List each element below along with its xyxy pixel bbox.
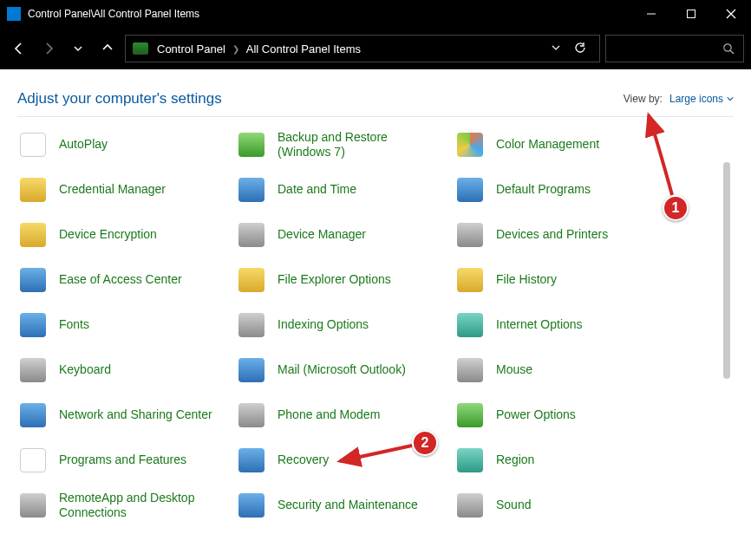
address-dropdown-button[interactable] bbox=[544, 42, 568, 55]
navbar: Control Panel ❯ All Control Panel Items bbox=[0, 28, 751, 69]
item-icon bbox=[454, 266, 486, 294]
arrow-up-icon bbox=[101, 42, 114, 55]
control-panel-item[interactable]: Phone and Modem bbox=[236, 398, 453, 433]
close-button[interactable] bbox=[711, 0, 751, 28]
item-icon bbox=[236, 401, 267, 429]
view-by-value: Large icons bbox=[669, 93, 723, 105]
item-label: Sound bbox=[496, 498, 531, 513]
item-icon bbox=[236, 176, 267, 204]
item-label: Recovery bbox=[278, 453, 329, 468]
item-label: Indexing Options bbox=[278, 317, 369, 333]
view-by-control: View by: Large icons bbox=[624, 90, 734, 107]
search-input[interactable] bbox=[605, 35, 744, 62]
minimize-button[interactable] bbox=[631, 0, 671, 28]
item-icon bbox=[17, 446, 49, 474]
item-label: Keyboard bbox=[59, 362, 111, 378]
control-panel-item[interactable]: Default Programs bbox=[454, 173, 671, 207]
control-panel-item[interactable]: Mouse bbox=[454, 353, 671, 387]
item-label: Programs and Features bbox=[59, 453, 186, 468]
item-label: Color Management bbox=[496, 137, 599, 153]
item-label: Security and Maintenance bbox=[278, 498, 418, 513]
item-icon bbox=[236, 266, 267, 294]
item-icon bbox=[17, 356, 49, 384]
control-panel-item[interactable]: Sound bbox=[454, 488, 671, 523]
control-panel-item[interactable]: File History bbox=[454, 263, 671, 297]
control-panel-item[interactable]: Security and Maintenance bbox=[236, 488, 453, 523]
item-label: Default Programs bbox=[496, 182, 591, 198]
control-panel-item[interactable]: Programs and Features bbox=[17, 443, 234, 478]
control-panel-item[interactable]: AutoPlay bbox=[17, 127, 234, 162]
control-panel-item[interactable]: RemoteApp and Desktop Connections bbox=[17, 488, 234, 523]
breadcrumb-part[interactable]: Control Panel bbox=[157, 42, 225, 55]
control-panel-item[interactable]: Ease of Access Center bbox=[17, 263, 234, 297]
item-icon bbox=[454, 356, 486, 384]
control-panel-item[interactable]: Fonts bbox=[17, 308, 234, 342]
nav-back-button[interactable] bbox=[7, 36, 31, 61]
item-label: File Explorer Options bbox=[278, 272, 391, 288]
control-panel-item[interactable]: Indexing Options bbox=[236, 308, 453, 342]
view-by-dropdown[interactable]: Large icons bbox=[669, 93, 734, 105]
control-panel-item[interactable]: Power Options bbox=[454, 398, 671, 433]
divider bbox=[17, 116, 734, 117]
annotation-badge-1: 1 bbox=[663, 195, 689, 221]
svg-line-5 bbox=[730, 50, 734, 54]
window-controls bbox=[631, 0, 751, 28]
item-icon bbox=[17, 492, 49, 519]
control-panel-item[interactable]: Device Manager bbox=[236, 218, 453, 252]
control-panel-item[interactable]: Backup and Restore (Windows 7) bbox=[236, 127, 453, 162]
control-panel-item[interactable]: Network and Sharing Center bbox=[17, 398, 234, 433]
item-label: File History bbox=[496, 272, 557, 288]
breadcrumb-part[interactable]: All Control Panel Items bbox=[246, 42, 361, 55]
chevron-down-icon bbox=[552, 43, 560, 52]
item-icon bbox=[454, 221, 486, 249]
control-panel-item[interactable]: Date and Time bbox=[236, 173, 453, 207]
item-label: Mouse bbox=[496, 362, 532, 378]
content-area: Adjust your computer's settings View by:… bbox=[0, 69, 751, 560]
refresh-icon bbox=[574, 42, 586, 54]
nav-recent-button[interactable] bbox=[66, 36, 90, 61]
control-panel-app-icon bbox=[7, 7, 21, 21]
item-label: AutoPlay bbox=[59, 137, 108, 153]
item-icon bbox=[454, 492, 486, 519]
item-icon bbox=[454, 176, 486, 204]
item-label: Devices and Printers bbox=[496, 227, 608, 243]
control-panel-item[interactable]: Region bbox=[454, 443, 671, 478]
item-label: Device Encryption bbox=[59, 227, 157, 243]
item-icon bbox=[17, 176, 49, 204]
address-bar[interactable]: Control Panel ❯ All Control Panel Items bbox=[125, 35, 600, 62]
close-icon bbox=[726, 9, 736, 19]
control-panel-item[interactable]: Devices and Printers bbox=[454, 218, 671, 252]
nav-forward-button[interactable] bbox=[36, 36, 61, 61]
svg-rect-1 bbox=[688, 10, 695, 18]
control-panel-item[interactable]: Color Management bbox=[454, 127, 671, 162]
window-title: Control Panel\All Control Panel Items bbox=[28, 8, 631, 20]
item-label: Backup and Restore (Windows 7) bbox=[278, 130, 434, 160]
control-panel-item[interactable]: Internet Options bbox=[454, 308, 671, 342]
view-by-label: View by: bbox=[624, 93, 663, 105]
item-icon bbox=[454, 311, 486, 339]
scrollbar-thumb[interactable] bbox=[723, 162, 730, 379]
svg-point-4 bbox=[724, 44, 731, 51]
item-icon bbox=[236, 221, 267, 249]
item-icon bbox=[236, 131, 267, 159]
item-icon bbox=[236, 492, 267, 519]
control-panel-item[interactable]: Credential Manager bbox=[17, 173, 234, 207]
control-panel-icon bbox=[133, 42, 148, 55]
control-panel-item[interactable]: Device Encryption bbox=[17, 218, 234, 252]
control-panel-item[interactable]: Keyboard bbox=[17, 353, 234, 387]
control-panel-items-grid: AutoPlayBackup and Restore (Windows 7)Co… bbox=[17, 127, 734, 523]
minimize-icon bbox=[646, 9, 656, 19]
nav-up-button[interactable] bbox=[95, 36, 120, 61]
scrollbar[interactable] bbox=[722, 127, 732, 552]
item-icon bbox=[454, 446, 486, 474]
item-icon bbox=[236, 446, 267, 474]
item-label: Device Manager bbox=[278, 227, 366, 243]
item-label: Mail (Microsoft Outlook) bbox=[278, 362, 406, 378]
control-panel-item[interactable]: File Explorer Options bbox=[236, 263, 453, 297]
item-label: Date and Time bbox=[278, 182, 356, 198]
maximize-button[interactable] bbox=[671, 0, 711, 28]
item-icon bbox=[17, 401, 49, 429]
control-panel-item[interactable]: Mail (Microsoft Outlook) bbox=[236, 353, 453, 387]
refresh-button[interactable] bbox=[568, 42, 592, 56]
breadcrumb-separator-icon: ❯ bbox=[232, 44, 239, 54]
